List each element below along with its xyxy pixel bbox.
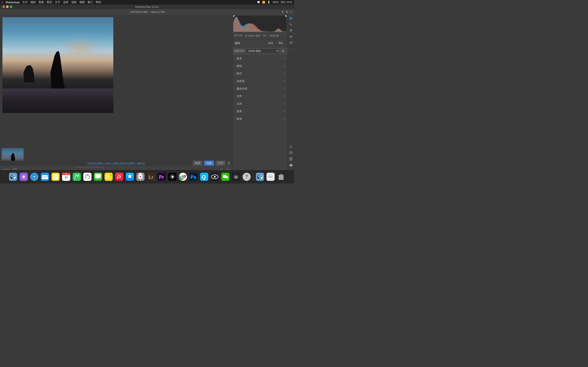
dock-help[interactable]: ? [242, 172, 251, 182]
fullscreen-icon[interactable]: ⤡ [290, 10, 292, 13]
dock: 1717 Lr Pr Ps Q [0, 170, 294, 184]
dock-mail[interactable] [40, 172, 50, 182]
adj-basic[interactable]: › 基本 👁 [233, 55, 287, 62]
settings-icon[interactable]: ⚙ [286, 10, 288, 13]
dock-finder2[interactable] [255, 172, 265, 182]
profile-select[interactable]: Adobe 颜色 [246, 49, 279, 53]
aperture-info: f/11 [263, 34, 267, 37]
bw-mode-button[interactable]: 黑白 [277, 41, 285, 45]
dock-settings[interactable] [136, 172, 145, 182]
dock-maps[interactable] [72, 172, 82, 182]
adj-detail[interactable]: › 细节 👁 [233, 70, 287, 77]
dock-oculus[interactable] [210, 172, 220, 182]
menu-filter[interactable]: 滤镜 [71, 0, 77, 4]
dock-stickies[interactable] [104, 172, 113, 182]
menu-help[interactable]: 帮助 [96, 0, 101, 4]
dock-qq[interactable]: Q [199, 172, 209, 182]
adj-calibration[interactable]: › 校准 👁 [233, 115, 287, 123]
adj-color-grade[interactable]: › 颜色分级 👁 [233, 85, 287, 92]
crop-tool[interactable] [288, 22, 294, 27]
svg-text:Q: Q [202, 174, 206, 180]
eye-icon[interactable]: 👁 [283, 95, 285, 98]
dock-messages[interactable] [93, 172, 103, 182]
export-icon[interactable]: ⬆ [282, 10, 284, 13]
menu-edit[interactable]: 编辑 [30, 0, 36, 4]
svg-rect-43 [73, 173, 81, 181]
dock-appstore[interactable] [125, 172, 135, 182]
hand-tool[interactable] [288, 162, 294, 167]
auto-mode-button[interactable]: 自动 [266, 41, 275, 45]
cancel-button[interactable]: 取消 [193, 161, 203, 166]
dock-chrome[interactable] [178, 172, 188, 182]
close-button[interactable] [2, 6, 5, 8]
adj-mixer[interactable]: › 混色器 👁 [233, 77, 287, 85]
adjust-tool[interactable] [288, 16, 294, 21]
svg-text:17: 17 [65, 176, 68, 179]
eye-icon[interactable]: 👁 [283, 102, 285, 105]
dock-trash[interactable] [276, 172, 286, 182]
heal-tool[interactable] [288, 28, 294, 33]
menu-window[interactable]: 窗口 [87, 0, 93, 4]
eye-icon[interactable]: 👁 [283, 117, 285, 120]
histogram-chart [233, 16, 286, 32]
dock-mediaplayer[interactable] [167, 172, 177, 182]
adj-optics[interactable]: › 光学 👁 [233, 92, 287, 100]
dock-separator [253, 173, 253, 181]
camera-info: ISO 100 14-24@14 毫米 f/11 135.00 秒 [233, 34, 287, 38]
minimize-button[interactable] [6, 6, 9, 8]
menu-file[interactable]: 文件 [22, 0, 27, 4]
eye-icon[interactable]: 👁 [283, 57, 285, 60]
clock: 周日 16:01 [281, 1, 292, 4]
dock-premiere[interactable]: Pr [157, 172, 167, 182]
menu-select[interactable]: 选择 [63, 0, 68, 4]
red-eye-tool[interactable] [288, 34, 294, 39]
apple-menu[interactable]:  [2, 1, 3, 4]
dock-siri[interactable] [19, 172, 29, 182]
dock-wechat[interactable] [221, 172, 230, 182]
file-info-bar[interactable]: ProPhoto RGB – 16 位 – 6016 x 4016 (24.2M… [0, 161, 232, 166]
dock-music[interactable] [114, 172, 124, 182]
svg-rect-107 [282, 176, 283, 179]
done-button[interactable]: 完成 [204, 161, 214, 166]
menu-view[interactable]: 视图 [79, 0, 85, 4]
dock-lightroom[interactable]: Lr [146, 172, 156, 182]
adj-label: 效果 [237, 109, 283, 113]
svg-text:?: ? [245, 174, 248, 179]
compare-tool[interactable] [288, 150, 294, 155]
mask-tool[interactable] [288, 40, 294, 45]
svg-point-71 [214, 176, 215, 177]
dock-calendar[interactable]: 1717 [61, 172, 71, 182]
menu-text[interactable]: 文字 [55, 0, 60, 4]
eye-icon[interactable]: 👁 [283, 64, 285, 68]
dock-photos[interactable] [82, 172, 92, 182]
open-dropdown-button[interactable]: ▾ [227, 161, 231, 166]
grid-view-tool[interactable] [288, 156, 294, 161]
open-button[interactable]: 打开 [216, 161, 225, 166]
menu-photoshop[interactable]: Photoshop [6, 1, 19, 4]
adj-effects[interactable]: › 效果 👁 [233, 108, 287, 115]
menu-image[interactable]: 图像 [39, 0, 44, 4]
window-controls [2, 6, 12, 8]
titlebar: Camera Raw 13.0.2 [0, 4, 294, 9]
svg-rect-104 [280, 174, 282, 175]
svg-text:Lr: Lr [149, 175, 153, 180]
eye-icon[interactable]: 👁 [283, 80, 285, 83]
maximize-button[interactable] [10, 6, 12, 8]
adj-curves[interactable]: › 曲线 👁 [233, 62, 287, 70]
adj-geometry[interactable]: › 几何 👁 [233, 100, 287, 108]
dock-photoshop[interactable]: Ps [189, 172, 199, 182]
eye-icon[interactable]: 👁 [283, 87, 285, 90]
dock-notes[interactable] [51, 172, 61, 182]
dock-photo-capture[interactable] [231, 172, 241, 182]
rotate-tool[interactable] [288, 144, 294, 149]
profile-grid-button[interactable]: ⊞ [281, 49, 285, 53]
menu-layers[interactable]: 图层 [47, 0, 52, 4]
eye-icon[interactable]: 👁 [283, 110, 285, 113]
dock-finder[interactable] [8, 172, 18, 182]
dock-safari[interactable] [29, 172, 39, 182]
dock-keyboard[interactable] [266, 172, 276, 182]
eye-icon[interactable]: 👁 [283, 72, 285, 75]
more-tool[interactable]: ··· [288, 46, 294, 51]
adj-label: 混色器 [237, 79, 283, 83]
adj-label: 基本 [237, 57, 283, 60]
